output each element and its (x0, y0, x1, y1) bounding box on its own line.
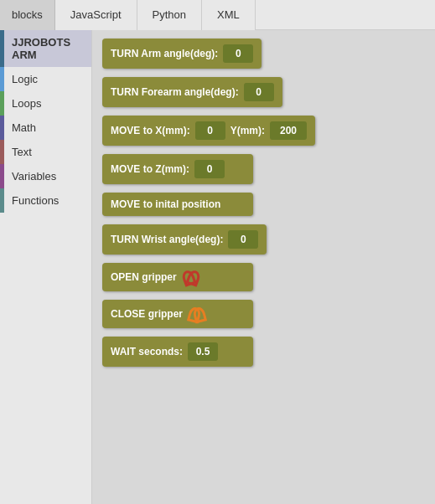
sidebar-label-math: Math (12, 121, 36, 134)
sidebar-item-math[interactable]: Math (0, 116, 91, 140)
block-open-gripper[interactable]: OPEN gripper (102, 263, 253, 291)
sidebar-label-logic: Logic (12, 73, 38, 85)
sidebar-item-variables[interactable]: Variables (0, 164, 91, 188)
turn-wrist-input[interactable] (228, 230, 258, 249)
sidebar-color-bar (0, 30, 4, 67)
block-wait[interactable]: WAIT seconds: (102, 337, 253, 367)
sidebar-color-bar (0, 91, 4, 116)
sidebar: JJROBOTS ARM Logic Loops Math Text Varia… (0, 30, 92, 504)
wait-input[interactable] (188, 342, 218, 361)
sidebar-color-bar (0, 140, 4, 164)
block-close-gripper-label: CLOSE gripper (111, 308, 183, 320)
sidebar-label-text: Text (12, 146, 32, 158)
block-wait-label: WAIT seconds: (111, 346, 183, 357)
sidebar-label-loops: Loops (12, 97, 41, 110)
blocks-content: TURN Arm angle(deg): TURN Forearm angle(… (92, 30, 435, 504)
sidebar-label-functions: Functions (12, 194, 59, 207)
tab-xml[interactable]: XML (202, 0, 256, 30)
header: blocks JavaScript Python XML (0, 0, 435, 30)
block-open-gripper-label: OPEN gripper (111, 271, 177, 283)
sidebar-item-text[interactable]: Text (0, 140, 91, 164)
sidebar-label-variables: Variables (12, 170, 56, 183)
sidebar-item-logic[interactable]: Logic (0, 67, 91, 91)
block-turn-wrist[interactable]: TURN Wrist angle(deg): (102, 224, 267, 255)
block-turn-wrist-label: TURN Wrist angle(deg): (111, 234, 223, 245)
block-turn-forearm-label: TURN Forearm angle(deg): (111, 86, 239, 98)
tab-javascript[interactable]: JavaScript (55, 0, 137, 30)
close-gripper-icon (188, 306, 206, 322)
block-move-z-label: MOVE to Z(mm): (111, 163, 189, 175)
sidebar-color-bar (0, 164, 4, 188)
block-move-xy[interactable]: MOVE to X(mm): Y(mm): (102, 116, 315, 146)
sidebar-item-functions[interactable]: Functions (0, 188, 91, 213)
block-move-initial-label: MOVE to inital position (111, 198, 220, 210)
turn-arm-input[interactable] (223, 44, 253, 63)
block-move-x-label: MOVE to X(mm): (111, 125, 190, 136)
tab-python[interactable]: Python (137, 0, 202, 30)
block-turn-forearm[interactable]: TURN Forearm angle(deg): (102, 77, 282, 107)
main-layout: JJROBOTS ARM Logic Loops Math Text Varia… (0, 30, 435, 504)
block-move-y-label: Y(mm): (230, 125, 265, 136)
block-close-gripper[interactable]: CLOSE gripper (102, 300, 253, 328)
move-x-input[interactable] (195, 121, 225, 140)
open-gripper-icon (182, 269, 200, 285)
sidebar-label-jjrobots: JJROBOTS ARM (12, 36, 83, 61)
sidebar-item-jjrobots[interactable]: JJROBOTS ARM (0, 30, 91, 67)
turn-forearm-input[interactable] (244, 83, 274, 101)
move-z-input[interactable] (194, 160, 225, 178)
move-y-input[interactable] (270, 121, 307, 140)
block-move-z[interactable]: MOVE to Z(mm): (102, 154, 253, 184)
sidebar-color-bar (0, 188, 4, 213)
header-title: blocks (0, 0, 55, 30)
sidebar-color-bar (0, 67, 4, 91)
block-turn-arm-label: TURN Arm angle(deg): (111, 48, 218, 59)
sidebar-item-loops[interactable]: Loops (0, 91, 91, 116)
block-turn-arm[interactable]: TURN Arm angle(deg): (102, 39, 262, 69)
sidebar-color-bar (0, 116, 4, 140)
block-move-initial[interactable]: MOVE to inital position (102, 193, 253, 216)
